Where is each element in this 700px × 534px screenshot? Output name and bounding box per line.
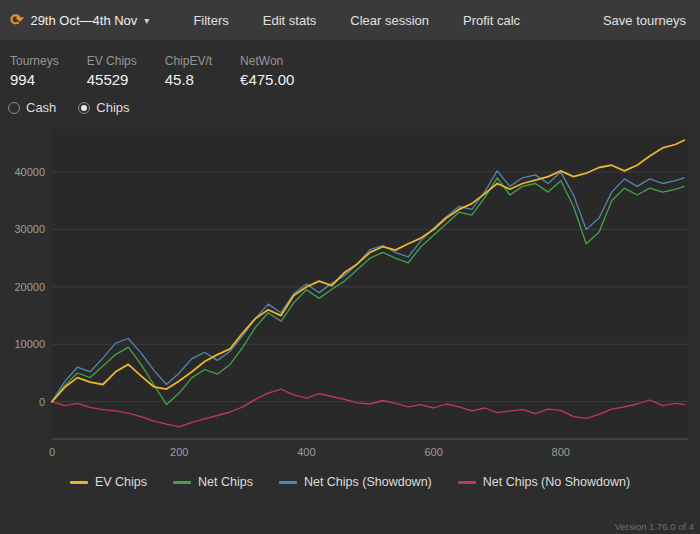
stat-value: 45529 (87, 71, 137, 88)
stat-label: NetWon (240, 54, 294, 68)
radio-label: Cash (26, 100, 56, 115)
plot-area (52, 129, 688, 439)
save-tourneys-button[interactable]: Save tourneys (603, 13, 686, 28)
legend-item[interactable]: EV Chips (70, 475, 147, 489)
stat-chipev-per-t: ChipEV/t 45.8 (165, 54, 212, 88)
display-mode-toggle: Cash Chips (0, 88, 700, 117)
stat-ev-chips: EV Chips 45529 (87, 54, 137, 88)
x-tick-label: 200 (170, 446, 188, 458)
legend-swatch (70, 481, 88, 484)
stat-tourneys: Tourneys 994 (10, 54, 59, 88)
y-tick-label: 10000 (14, 338, 45, 350)
version-label: Version 1.76.0 of 4 (615, 521, 694, 532)
y-tick-label: 30000 (14, 223, 45, 235)
stat-netwon: NetWon €475.00 (240, 54, 294, 88)
y-tick-label: 40000 (14, 166, 45, 178)
date-range-label: 29th Oct—4th Nov (30, 13, 137, 28)
chevron-down-icon: ▾ (144, 15, 149, 26)
radio-circle (8, 102, 20, 114)
x-tick-label: 0 (49, 446, 55, 458)
topbar: ⟳ 29th Oct—4th Nov ▾ Filters Edit stats … (0, 0, 700, 40)
legend-label: EV Chips (95, 475, 147, 489)
x-tick-label: 600 (424, 446, 442, 458)
radio-circle (78, 102, 90, 114)
topbar-menu: Filters Edit stats Clear session Profit … (193, 13, 520, 28)
legend-label: Net Chips (198, 475, 253, 489)
line-chart: 0100002000030000400000200400600800 (0, 117, 700, 467)
radio-label: Chips (96, 100, 129, 115)
stat-value: 994 (10, 71, 59, 88)
y-tick-label: 0 (39, 396, 45, 408)
legend-label: Net Chips (No Showdown) (483, 475, 630, 489)
menu-item-profit-calc[interactable]: Profit calc (463, 13, 520, 28)
x-tick-label: 400 (297, 446, 315, 458)
chart-legend: EV ChipsNet ChipsNet Chips (Showdown)Net… (0, 471, 700, 489)
x-tick-label: 800 (552, 446, 570, 458)
stat-label: Tourneys (10, 54, 59, 68)
legend-swatch (173, 481, 191, 484)
stat-value: €475.00 (240, 71, 294, 88)
menu-item-clear-session[interactable]: Clear session (350, 13, 429, 28)
date-range-picker[interactable]: ⟳ 29th Oct—4th Nov ▾ (10, 12, 149, 28)
stat-label: ChipEV/t (165, 54, 212, 68)
stat-label: EV Chips (87, 54, 137, 68)
menu-item-filters[interactable]: Filters (193, 13, 228, 28)
legend-item[interactable]: Net Chips (Showdown) (279, 475, 432, 489)
y-tick-label: 20000 (14, 281, 45, 293)
radio-chips[interactable]: Chips (78, 100, 129, 115)
legend-label: Net Chips (Showdown) (304, 475, 432, 489)
stat-value: 45.8 (165, 71, 212, 88)
chart: 0100002000030000400000200400600800 EV Ch… (0, 117, 700, 489)
legend-item[interactable]: Net Chips (No Showdown) (458, 475, 630, 489)
legend-swatch (279, 481, 297, 484)
radio-cash[interactable]: Cash (8, 100, 56, 115)
stats-row: Tourneys 994 EV Chips 45529 ChipEV/t 45.… (0, 40, 700, 88)
menu-item-edit-stats[interactable]: Edit stats (263, 13, 316, 28)
legend-swatch (458, 481, 476, 484)
legend-item[interactable]: Net Chips (173, 475, 253, 489)
refresh-icon[interactable]: ⟳ (10, 12, 23, 28)
